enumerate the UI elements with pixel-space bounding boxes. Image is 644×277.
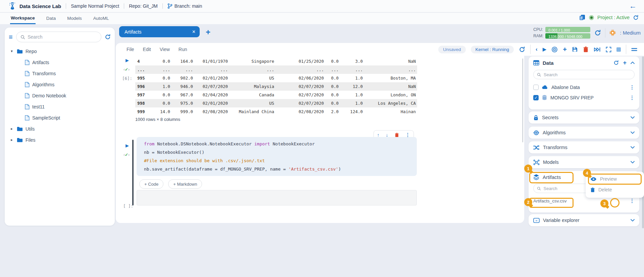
add-code-button[interactable]: + Code	[139, 179, 163, 189]
nav-tab-automl[interactable]: AutoML	[93, 13, 110, 24]
data-item-menu-icon[interactable]: ⋮	[630, 95, 635, 101]
table-cell: ...	[276, 67, 325, 72]
save-icon[interactable]	[572, 46, 578, 52]
data-item-label[interactable]: MONGO SRV PREP	[550, 95, 626, 100]
menu-file[interactable]: File	[127, 47, 134, 52]
menu-run[interactable]: Run	[179, 47, 187, 52]
instance-size-label[interactable]: : Medium	[620, 30, 641, 36]
data-collapse-icon[interactable]	[631, 61, 635, 64]
data-item-checkbox[interactable]: ✓	[533, 95, 539, 100]
code-cell[interactable]: from Notebook.DSNotebook.NotebookExecuto…	[137, 137, 417, 176]
data-item-label[interactable]: Abalone Data	[551, 85, 626, 90]
kernel-refresh-icon[interactable]	[519, 46, 525, 53]
new-tab-button[interactable]: +	[206, 28, 210, 37]
context-menu-delete[interactable]: Delete	[586, 184, 644, 195]
run-all-target-icon[interactable]	[551, 46, 558, 53]
preview-eye-icon	[590, 177, 597, 181]
tree-caret-icon[interactable]: ▾	[9, 49, 14, 53]
tree-item-label: Files	[26, 137, 36, 143]
run-code-cell-icon[interactable]: ▶	[126, 143, 129, 148]
run-output-cell-icon[interactable]: ▶	[126, 58, 129, 63]
tab-close-icon[interactable]: ✕	[192, 29, 196, 34]
lock-icon	[533, 115, 539, 121]
section-card-transforms[interactable]: Transforms	[529, 141, 639, 153]
nav-tab-models[interactable]: Models	[66, 13, 83, 24]
tree-item-algorithms[interactable]: Algorithms	[5, 79, 115, 90]
tree-item-repo[interactable]: ▾Repo	[5, 46, 115, 57]
fullscreen-icon[interactable]	[606, 47, 611, 52]
add-cell-icon[interactable]: +	[563, 47, 567, 52]
artifact-file-menu-icon[interactable]: ⋮	[630, 198, 635, 204]
resources-refresh-icon[interactable]	[594, 30, 601, 36]
delete-cell-icon[interactable]	[583, 46, 589, 52]
add-markdown-button[interactable]: + Markdown	[168, 179, 202, 189]
tree-item-test11[interactable]: test11	[5, 101, 115, 112]
file-icon	[25, 60, 30, 65]
delete-cell-action-icon[interactable]	[395, 133, 399, 137]
resource-meters: CPU: 0.001 / 1.000 RAM: 1336.000 / 5048.…	[533, 27, 641, 39]
table-row: 9961.0946.002/07/2020Malaysia02/07/20200…	[135, 82, 417, 91]
cloud-icon	[542, 85, 548, 89]
table-cell: 02/07/2020	[276, 84, 325, 89]
tree-item-utils[interactable]: ▸Utils	[5, 123, 115, 134]
collapse-left-icon[interactable]: ‹	[536, 46, 538, 53]
tree-caret-icon[interactable]: ▸	[9, 138, 14, 142]
empty-cell-input[interactable]	[137, 190, 417, 205]
notebook-scrollbar[interactable]	[522, 58, 523, 142]
table-cell: Los Angeles, CA	[364, 101, 417, 106]
data-search-input[interactable]	[544, 72, 631, 77]
table-cell: 0.0	[325, 92, 340, 97]
menu-edit[interactable]: Edit	[143, 47, 151, 52]
divider	[66, 3, 66, 9]
sidebar-search[interactable]	[16, 32, 101, 42]
table-row: 9950.0902.002/01/2020US02/06/20200.01.0B…	[135, 74, 417, 82]
tree-item-demo-notebook[interactable]: Demo Notebook	[5, 90, 115, 101]
section-expand-icon[interactable]	[631, 146, 635, 149]
execution-count-label: [6]:	[122, 76, 132, 81]
add-data-icon[interactable]: +	[623, 60, 627, 65]
table-summary: 1000 rows × 8 columns	[135, 117, 180, 122]
section-card-models[interactable]: Models	[529, 156, 639, 168]
run-cell-icon[interactable]: ▶	[543, 46, 547, 52]
data-item-menu-icon[interactable]: ⋮	[630, 84, 635, 90]
nav-tab-workspace[interactable]: Workspace	[10, 13, 36, 24]
back-arrow-icon[interactable]: ←	[629, 3, 637, 9]
artifacts-section-title[interactable]: Artifacts	[543, 174, 561, 180]
section-expand-icon[interactable]	[631, 161, 635, 164]
toolbar-menu-icon[interactable]	[631, 47, 637, 52]
empty-execution-count-label: [ ]:	[123, 203, 133, 209]
data-item-mongo-srv-prep: ✓MONGO SRV PREP⋮	[529, 92, 639, 103]
variable-explorer-card[interactable]: ∞ Variable explorer	[529, 214, 639, 226]
data-refresh-icon[interactable]	[613, 60, 619, 65]
models-network-icon	[533, 159, 540, 165]
tree-item-samplescript[interactable]: SampleScript	[5, 112, 115, 123]
artifact-file-name[interactable]: Artifacts_csv.csv	[533, 198, 626, 203]
stop-kernel-icon[interactable]	[616, 47, 621, 52]
menu-view[interactable]: View	[160, 47, 170, 52]
tab-artifacts[interactable]: Artifacts ✕	[119, 26, 200, 37]
tree-item-files[interactable]: ▸Files	[5, 134, 115, 145]
nav-tab-data[interactable]: Data	[46, 13, 57, 24]
data-item-checkbox[interactable]	[533, 85, 539, 90]
variable-explorer-expand-icon[interactable]	[631, 219, 635, 222]
sidebar-refresh-icon[interactable]	[105, 34, 111, 40]
tree-caret-icon[interactable]: ▸	[9, 127, 14, 131]
table-cell: 0.0	[325, 101, 340, 106]
section-expand-icon[interactable]	[631, 116, 635, 119]
tree-item-transforms[interactable]: Transforms	[5, 68, 115, 79]
refresh-project-icon[interactable]	[633, 15, 639, 20]
right-panel-scrollbar[interactable]	[642, 56, 644, 228]
tree-item-artifacts[interactable]: Artifacts	[5, 57, 115, 68]
file-icon	[25, 115, 30, 121]
artifact-context-menu: Preview Delete	[586, 172, 644, 198]
sidebar-menu-icon[interactable]: ≡	[9, 34, 13, 40]
logs-icon[interactable]	[579, 14, 586, 21]
run-all-below-icon[interactable]	[594, 47, 601, 52]
sidebar-search-input[interactable]	[28, 34, 97, 40]
table-cell: 0.0	[325, 84, 340, 89]
section-card-secrets[interactable]: Secrets	[529, 111, 639, 124]
context-menu-preview[interactable]: Preview	[586, 174, 644, 184]
section-expand-icon[interactable]	[631, 131, 635, 134]
data-search[interactable]	[533, 70, 635, 79]
section-card-algorithms[interactable]: Algorithms	[529, 127, 639, 139]
